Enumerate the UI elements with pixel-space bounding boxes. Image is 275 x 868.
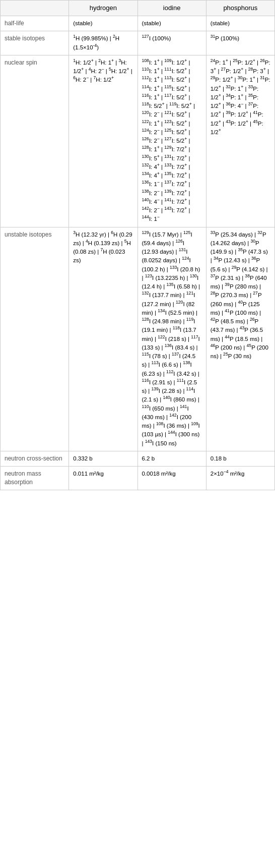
cell-hydrogen-nuclear-spin: 1H: 1/2+ | 2H: 1+ | 3H: 1/2+ | 4H: 2− | … (69, 55, 138, 227)
row-label-neutron-cross-section: neutron cross-section (1, 451, 69, 466)
cell-phosphorus-nuclear-spin: 24P: 1+ | 25P: 1/2+ | 26P: 3+ | 27P: 1/2… (206, 55, 274, 227)
cell-iodine-nuclear-spin: 108I: 1+ | 109I: 1/2+ | 110I: 1+ | 111I:… (138, 55, 206, 227)
col-header-iodine: iodine (138, 1, 206, 16)
cell-phosphorus-half-life: (stable) (206, 16, 274, 31)
cell-iodine-neutron-cross: 6.2 b (138, 451, 206, 466)
cell-phosphorus-unstable: 33P (25.34 days) | 32P (14.262 days) | 3… (206, 227, 274, 451)
cell-iodine-unstable: 129I (15.7 Myr) | 125I (59.4 days) | 126… (138, 227, 206, 451)
cell-iodine-stable: 127I (100%) (138, 31, 206, 55)
cell-phosphorus-neutron-mass: 2×10−4 m²/kg (206, 467, 274, 490)
cell-hydrogen-neutron-mass: 0.011 m²/kg (69, 467, 138, 490)
row-label-half-life: half-life (1, 16, 69, 31)
cell-hydrogen-unstable: 3H (12.32 yr) | 6H (0.29 zs) | 4H (0.139… (69, 227, 138, 451)
cell-hydrogen-half-life: (stable) (69, 16, 138, 31)
col-header-phosphorus: phosphorus (206, 1, 274, 16)
col-header-empty (1, 1, 69, 16)
table-row-neutron-cross-section: neutron cross-section 0.332 b 6.2 b 0.18… (1, 451, 275, 466)
cell-iodine-half-life: (stable) (138, 16, 206, 31)
table-row-half-life: half-life (stable) (stable) (stable) (1, 16, 275, 31)
cell-phosphorus-neutron-cross: 0.18 b (206, 451, 274, 466)
cell-iodine-neutron-mass: 0.0018 m²/kg (138, 467, 206, 490)
row-label-nuclear-spin: nuclear spin (1, 55, 69, 227)
col-header-hydrogen: hydrogen (69, 1, 138, 16)
cell-hydrogen-stable: 1H (99.985%) | 2H (1.5×10-4) (69, 31, 138, 55)
cell-hydrogen-neutron-cross: 0.332 b (69, 451, 138, 466)
row-label-unstable-isotopes: unstable isotopes (1, 227, 69, 451)
row-label-neutron-mass-absorption: neutron mass absorption (1, 467, 69, 490)
element-comparison-table: hydrogen iodine phosphorus half-life (st… (0, 0, 275, 490)
table-row-nuclear-spin: nuclear spin 1H: 1/2+ | 2H: 1+ | 3H: 1/2… (1, 55, 275, 227)
table-row-neutron-mass-absorption: neutron mass absorption 0.011 m²/kg 0.00… (1, 467, 275, 490)
table-row-unstable-isotopes: unstable isotopes 3H (12.32 yr) | 6H (0.… (1, 227, 275, 451)
table-row-stable-isotopes: stable isotopes 1H (99.985%) | 2H (1.5×1… (1, 31, 275, 55)
cell-phosphorus-stable: 31P (100%) (206, 31, 274, 55)
row-label-stable-isotopes: stable isotopes (1, 31, 69, 55)
